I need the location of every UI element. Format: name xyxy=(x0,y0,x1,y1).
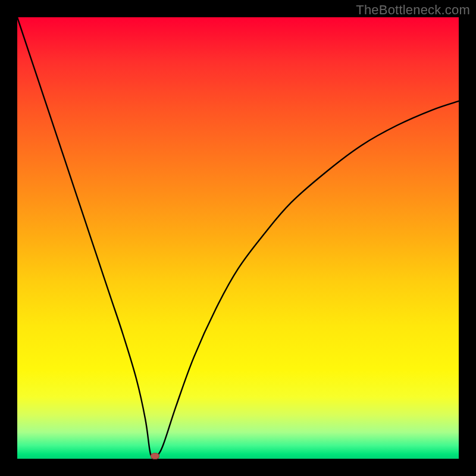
chart-frame: TheBottleneck.com xyxy=(0,0,476,476)
bottleneck-curve xyxy=(17,17,459,459)
plot-area xyxy=(17,17,459,459)
minimum-marker xyxy=(151,453,159,459)
watermark-text: TheBottleneck.com xyxy=(356,2,470,18)
